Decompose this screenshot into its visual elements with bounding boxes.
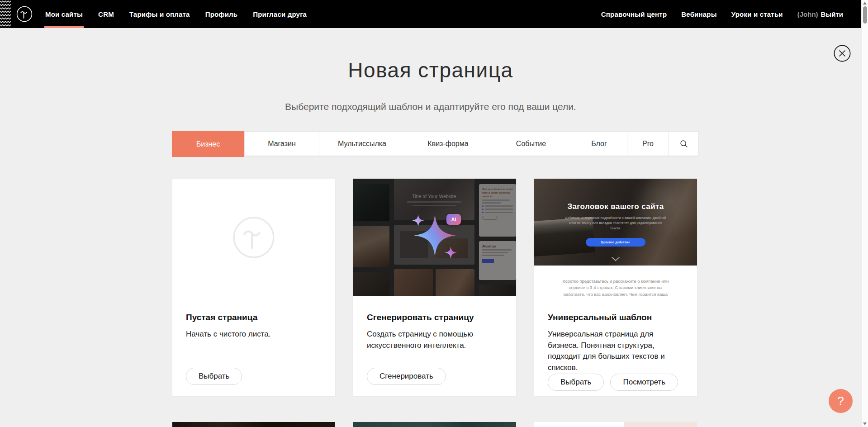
close-icon <box>834 45 851 62</box>
blank-page-preview <box>172 179 335 296</box>
tab-multilink[interactable]: Мультиссылка <box>319 132 405 156</box>
nav-item-invite-friend[interactable]: Пригласи друга <box>253 0 307 28</box>
tab-pro[interactable]: Pro <box>627 132 669 156</box>
card-image-partial[interactable] <box>353 422 516 427</box>
template-hero-title: Заголовок вашего сайта <box>567 202 664 211</box>
template-cta-button: Целевое действие <box>586 238 645 247</box>
next-cards-row-partial <box>172 422 697 427</box>
question-mark-icon: ? <box>837 394 844 408</box>
help-button[interactable]: ? <box>829 389 853 413</box>
scrollbar-down-arrow-icon[interactable] <box>863 422 867 425</box>
ai-preview: Title of Your Website Get your house in … <box>353 179 516 296</box>
preview-button[interactable]: Посмотреть <box>610 374 678 391</box>
search-icon <box>679 139 688 148</box>
template-category-tabs: Бизнес Магазин Мультиссылка Квиз-форма С… <box>172 131 699 156</box>
card-title: Универсальный шаблон <box>548 313 683 323</box>
card-title: Сгенерировать страницу <box>367 313 503 323</box>
card-body: Универсальный шаблон Универсальная стран… <box>534 296 697 402</box>
choose-button[interactable]: Выбрать <box>548 374 604 391</box>
card-blank-page[interactable]: Пустая страница Начать с чистого листа. … <box>172 179 335 396</box>
tilda-logo[interactable] <box>16 6 33 22</box>
page-scrollbar[interactable] <box>861 0 868 427</box>
zigzag-pattern-decoration <box>0 0 11 28</box>
nav-item-profile[interactable]: Профиль <box>205 0 238 28</box>
card-ai-generate[interactable]: Title of Your Website Get your house in … <box>353 179 516 396</box>
tab-business[interactable]: Бизнес <box>172 131 244 157</box>
blank-preview-area <box>172 179 335 296</box>
card-title: Пустая страница <box>186 313 322 323</box>
nav-item-lessons[interactable]: Уроки и статьи <box>731 0 783 28</box>
close-button[interactable] <box>834 45 851 62</box>
card-body: Сгенерировать страницу Создать страницу … <box>353 296 516 396</box>
nav-user-block: (John) Выйти <box>797 0 843 28</box>
nav-item-webinars[interactable]: Вебинары <box>681 0 716 28</box>
scrollbar-thumb[interactable] <box>863 6 867 24</box>
ai-badge: AI <box>446 214 461 225</box>
generate-button[interactable]: Сгенерировать <box>367 368 446 385</box>
card-actions: Выбрать <box>186 368 322 385</box>
template-hero-image: Заголовок вашего сайта Добавьте интересн… <box>534 179 697 266</box>
template-hero-text: Добавьте интересные подробности о вашей … <box>564 215 668 231</box>
card-description: Создать страницу с помощью искусственног… <box>367 329 503 351</box>
template-cards-row: Пустая страница Начать с чистого листа. … <box>172 179 697 396</box>
card-actions: Сгенерировать <box>367 368 503 385</box>
logout-link[interactable]: Выйти <box>821 10 843 18</box>
top-navbar: Мои сайты CRM Тарифы и оплата Профиль Пр… <box>0 0 861 28</box>
nav-main-menu: Мои сайты CRM Тарифы и оплата Профиль Пр… <box>45 0 307 28</box>
card-image-partial[interactable] <box>172 422 335 427</box>
card-description: Универсальная страница для бизнеса. Поня… <box>548 329 683 374</box>
card-description: Начать с чистого листа. <box>186 329 322 340</box>
card-image-partial[interactable] <box>534 422 697 427</box>
tab-search[interactable] <box>669 132 698 156</box>
chevron-down-icon <box>612 257 620 261</box>
page-title: Новая страница <box>0 58 861 82</box>
nav-secondary-menu: Справочный центр Вебинары Уроки и статьи… <box>601 0 843 28</box>
nav-item-help-center[interactable]: Справочный центр <box>601 0 667 28</box>
universal-template-preview: Заголовок вашего сайта Добавьте интересн… <box>534 179 697 296</box>
scrollbar-up-arrow-icon[interactable] <box>863 2 867 5</box>
tab-store[interactable]: Магазин <box>244 132 319 156</box>
ai-collage: Title of Your Website Get your house in … <box>353 179 516 296</box>
template-hero-content: Заголовок вашего сайта Добавьте интересн… <box>534 179 697 266</box>
template-body-text: Коротко представьтесь и расскажите о ком… <box>561 278 670 296</box>
ai-sparkle-small-icon <box>412 214 424 227</box>
ai-sparkle-small-icon <box>445 247 457 259</box>
tilda-watermark-icon <box>232 216 275 259</box>
user-name-label: (John) <box>797 10 818 18</box>
nav-item-plans[interactable]: Тарифы и оплата <box>129 0 190 28</box>
card-body: Пустая страница Начать с чистого листа. … <box>172 296 335 396</box>
page-subtitle: Выберите подходящий шаблон и адаптируйте… <box>0 101 861 112</box>
new-page-dialog: Мои сайты CRM Тарифы и оплата Профиль Пр… <box>0 0 868 427</box>
nav-item-my-sites[interactable]: Мои сайты <box>45 0 83 28</box>
card-universal-template[interactable]: Заголовок вашего сайта Добавьте интересн… <box>534 179 697 396</box>
choose-button[interactable]: Выбрать <box>186 368 242 385</box>
tab-quiz-form[interactable]: Квиз-форма <box>405 132 491 156</box>
tab-blog[interactable]: Блог <box>571 132 627 156</box>
card-actions: Выбрать Посмотреть <box>548 374 683 391</box>
nav-item-crm[interactable]: CRM <box>98 0 114 28</box>
tab-event[interactable]: Событие <box>491 132 571 156</box>
